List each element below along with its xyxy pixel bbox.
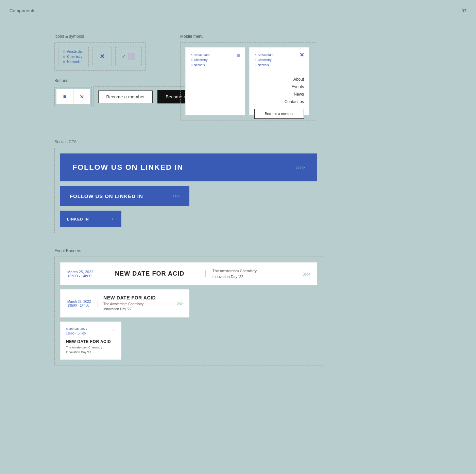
event-small-header: March 25, 2022 13h00 - 14h00 → bbox=[66, 327, 116, 336]
logo-icon-box: ✕ Amsterdam ✕ Chemistry ✕ Network bbox=[58, 46, 89, 67]
mobile-menu-section: Mobile menu ✕Amsterdam ✕Chemistry ✕Netwo… bbox=[180, 34, 316, 120]
event-title-col-med: NEW DATE FOR ACID The Amsterdam Chemistr… bbox=[98, 295, 177, 312]
mobile-become-member-btn[interactable]: Become a member bbox=[254, 109, 304, 119]
mobile-menu-label: Mobile menu bbox=[180, 34, 316, 39]
x-icon: ✕ bbox=[100, 53, 105, 60]
hamburger-menu-icon[interactable]: ≡ bbox=[237, 52, 240, 59]
nav-item-about[interactable]: About bbox=[254, 76, 304, 83]
hamburger-btn[interactable]: ≡ bbox=[56, 89, 73, 104]
event-date-med: March 25, 2022 bbox=[67, 300, 93, 304]
page-title: Components bbox=[10, 8, 35, 13]
event-desc-large: The Amsterdam ChemistryInnovation Day '2… bbox=[213, 268, 296, 279]
check-icon: ✓ bbox=[122, 54, 126, 59]
social-cta-large[interactable]: FOLLOW US ON LINKED IN ››››› bbox=[60, 153, 317, 181]
close-menu-icon[interactable]: ✕ bbox=[300, 52, 304, 58]
social-cta-large-text: FOLLOW US ON LINKED IN bbox=[72, 163, 183, 172]
social-cta-small-text: LINKED IN bbox=[67, 217, 89, 221]
nav-item-events[interactable]: Events bbox=[254, 83, 304, 91]
social-cta-medium[interactable]: FOLLOW US ON LINKED IN ›››› bbox=[60, 186, 189, 206]
event-banners-label: Event Banners bbox=[54, 248, 323, 253]
icons-section-label: Icons & symbols bbox=[54, 34, 146, 39]
socials-cta-section: Socials CTA FOLLOW US ON LINKED IN ›››››… bbox=[54, 140, 323, 233]
x-icon-box: ✕ bbox=[92, 47, 112, 66]
event-desc-col-large: The Amsterdam ChemistryInnovation Day '2… bbox=[206, 268, 303, 279]
mobile-menu-closed: ✕Amsterdam ✕Chemistry ✕Network ≡ bbox=[185, 47, 245, 115]
event-time-med: 13h00 - 14h00 bbox=[67, 304, 93, 307]
social-cta-large-arrows: ››››› bbox=[296, 164, 305, 170]
event-arrows-med: ›››› bbox=[177, 300, 182, 307]
social-cta-medium-text: FOLLOW US ON LINKED IN bbox=[70, 193, 143, 199]
grey-rect bbox=[128, 53, 135, 60]
event-date-large: March 25, 2022 bbox=[67, 270, 102, 274]
become-member-outline-btn[interactable]: Become a member bbox=[98, 91, 153, 103]
event-date-col-med: March 25, 2022 13h00 - 14h00 bbox=[67, 300, 98, 307]
social-cta-small[interactable]: LINKED IN → bbox=[60, 211, 121, 227]
social-cta-small-arrow: → bbox=[108, 215, 115, 223]
event-desc-med: The Amsterdam ChemistryInnovation Day '2… bbox=[103, 301, 171, 312]
page-number: 07 bbox=[462, 8, 466, 13]
nav-item-news[interactable]: News bbox=[254, 91, 304, 98]
event-date-col-large: March 25, 2022 13h00 - 14h00 bbox=[67, 270, 108, 278]
event-date-small: March 25, 2022 bbox=[66, 327, 87, 331]
check-grey-box: ✓ bbox=[115, 47, 142, 66]
close-icon: ✕ bbox=[80, 94, 84, 100]
event-desc-small: The Amsterdam ChemistryInnovation Day '2… bbox=[66, 345, 116, 355]
event-title-small: NEW DATE FOR ACID bbox=[66, 339, 116, 344]
event-title-med: NEW DATE FOR ACID bbox=[103, 295, 171, 300]
event-small-arrow: → bbox=[110, 327, 116, 333]
nav-menu: About Events News Contact us bbox=[254, 76, 304, 105]
mobile-menu-open: ✕Amsterdam ✕Chemistry ✕Network ✕ About E… bbox=[249, 47, 309, 115]
icons-symbols-section: Icons & symbols ✕ Amsterdam ✕ Chemistry … bbox=[54, 34, 146, 71]
event-time-large: 13h00 - 14h00 bbox=[67, 274, 102, 278]
hamburger-icon: ≡ bbox=[63, 94, 66, 100]
event-time-small: 13h00 - 14h00 bbox=[66, 331, 87, 336]
event-banner-large[interactable]: March 25, 2022 13h00 - 14h00 NEW DATE FO… bbox=[60, 262, 317, 285]
event-title-large: NEW DATE FOR ACID bbox=[115, 270, 199, 277]
event-banners-section: Event Banners March 25, 2022 13h00 - 14h… bbox=[54, 248, 323, 365]
event-banner-small[interactable]: March 25, 2022 13h00 - 14h00 → NEW DATE … bbox=[60, 322, 121, 360]
socials-cta-label: Socials CTA bbox=[54, 140, 323, 144]
social-cta-medium-arrows: ›››› bbox=[173, 193, 180, 199]
event-title-col-large: NEW DATE FOR ACID bbox=[108, 270, 206, 277]
nav-item-contact[interactable]: Contact us bbox=[254, 98, 304, 105]
event-arrows-large: ›››› bbox=[303, 269, 310, 278]
event-banner-medium[interactable]: March 25, 2022 13h00 - 14h00 NEW DATE FO… bbox=[60, 289, 189, 317]
close-btn[interactable]: ✕ bbox=[73, 89, 90, 104]
